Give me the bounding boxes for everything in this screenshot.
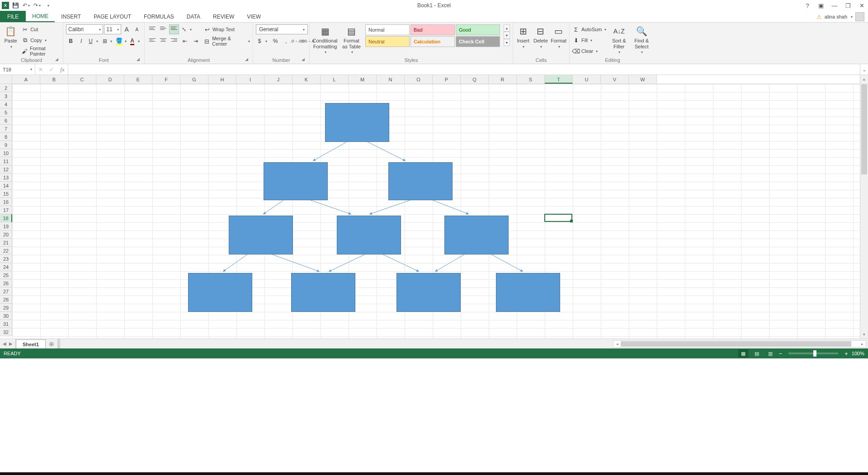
column-header-S[interactable]: S [517, 75, 545, 84]
tab-formulas[interactable]: FORMULAS [137, 11, 180, 22]
column-header-H[interactable]: H [208, 75, 236, 84]
alignment-dialog-launcher[interactable]: ◢ [244, 56, 249, 62]
style-neutral[interactable]: Neutral [365, 36, 410, 47]
shape-box-2b[interactable] [388, 162, 453, 200]
select-all-corner[interactable] [0, 75, 12, 84]
delete-cells-button[interactable]: ⊟Delete▾ [533, 24, 548, 49]
tab-page-layout[interactable]: PAGE LAYOUT [87, 11, 137, 22]
row-header-24[interactable]: 24 [0, 263, 12, 271]
comma-format-button[interactable]: , [281, 36, 291, 46]
row-header-20[interactable]: 20 [0, 230, 12, 239]
sort-filter-button[interactable]: A↓ZSort & Filter▾ [609, 24, 629, 54]
increase-decimal-button[interactable]: .0→.00 [292, 36, 302, 46]
user-area[interactable]: ⚠ alina shah ▾ [816, 11, 864, 23]
row-header-27[interactable]: 27 [0, 287, 12, 296]
wrap-text-button[interactable]: ↩Wrap Text [203, 24, 250, 34]
column-header-J[interactable]: J [264, 75, 292, 84]
row-header-31[interactable]: 31 [0, 320, 12, 328]
style-good[interactable]: Good [456, 24, 500, 35]
number-format-select[interactable]: General▾ [256, 24, 308, 34]
format-as-table-button[interactable]: ▤ Format as Table▾ [340, 24, 363, 54]
row-header-16[interactable]: 16 [0, 198, 12, 206]
row-header-5[interactable]: 5 [0, 108, 12, 117]
align-center-button[interactable] [158, 36, 168, 46]
horizontal-scrollbar[interactable]: ◂ ▸ [613, 340, 866, 348]
row-header-19[interactable]: 19 [0, 222, 12, 230]
autosum-button[interactable]: ΣAutoSum▾ [572, 24, 606, 34]
shape-box-2a[interactable] [264, 162, 328, 200]
clipboard-dialog-launcher[interactable]: ◢ [54, 56, 59, 62]
shape-box-3a[interactable] [229, 216, 293, 254]
italic-button[interactable]: I [76, 36, 86, 46]
decrease-font-button[interactable]: A [132, 24, 142, 34]
style-bad[interactable]: Bad [410, 24, 455, 35]
shape-box-3c[interactable] [444, 216, 509, 254]
gallery-down[interactable]: ▾ [504, 32, 510, 39]
column-header-E[interactable]: E [124, 75, 152, 84]
scroll-right-button[interactable]: ▸ [859, 341, 866, 347]
align-left-button[interactable] [147, 36, 157, 46]
redo-button[interactable]: ↷▾ [33, 1, 42, 10]
view-normal-button[interactable]: ▦ [738, 349, 748, 357]
align-bottom-button[interactable] [169, 24, 179, 34]
zoom-level[interactable]: 100% [852, 351, 864, 356]
sheet-nav-next[interactable]: ▶ [9, 341, 13, 346]
fill-color-button[interactable]: 🪣▾ [115, 36, 128, 46]
view-page-layout-button[interactable]: ▤ [752, 349, 762, 357]
fill-button[interactable]: ⬇Fill▾ [572, 35, 606, 45]
font-size-select[interactable]: 11▾ [104, 24, 121, 34]
row-header-28[interactable]: 28 [0, 296, 12, 304]
format-painter-button[interactable]: 🖌Format Painter [21, 46, 60, 56]
row-header-30[interactable]: 30 [0, 312, 12, 320]
column-header-O[interactable]: O [405, 75, 433, 84]
save-button[interactable]: 💾 [11, 1, 20, 10]
view-page-break-button[interactable]: ▥ [765, 349, 775, 357]
align-right-button[interactable] [169, 36, 179, 46]
expand-formula-bar[interactable]: ⌄ [860, 64, 868, 75]
row-header-25[interactable]: 25 [0, 271, 12, 279]
zoom-out-button[interactable]: − [779, 350, 783, 357]
row-header-32[interactable]: 32 [0, 328, 12, 336]
bold-button[interactable]: B [66, 36, 75, 46]
minimize-button[interactable]: — [830, 1, 839, 10]
row-header-9[interactable]: 9 [0, 141, 12, 149]
shape-box-4a[interactable] [188, 273, 252, 312]
column-header-K[interactable]: K [292, 75, 321, 84]
cut-button[interactable]: ✂Cut [21, 24, 60, 34]
style-normal[interactable]: Normal [365, 24, 410, 35]
help-button[interactable]: ? [803, 1, 812, 10]
style-calculation[interactable]: Calculation [410, 36, 455, 47]
column-header-M[interactable]: M [349, 75, 377, 84]
name-box[interactable]: T18▾ [0, 64, 35, 75]
undo-button[interactable]: ↶▾ [22, 1, 31, 10]
row-header-2[interactable]: 2 [0, 84, 12, 92]
column-header-T[interactable]: T [545, 75, 573, 84]
tab-data[interactable]: DATA [180, 11, 207, 22]
tab-view[interactable]: VIEW [241, 11, 267, 22]
row-header-10[interactable]: 10 [0, 149, 12, 157]
scroll-thumb-vertical[interactable] [861, 84, 867, 174]
insert-cells-button[interactable]: ⊞Insert▾ [516, 24, 531, 49]
shape-box-1[interactable] [325, 103, 389, 142]
tab-review[interactable]: REVIEW [207, 11, 241, 22]
column-header-G[interactable]: G [180, 75, 208, 84]
row-header-29[interactable]: 29 [0, 304, 12, 312]
column-header-N[interactable]: N [377, 75, 405, 84]
zoom-slider[interactable] [788, 353, 838, 354]
row-header-26[interactable]: 26 [0, 279, 12, 287]
border-button[interactable]: ⊞▾ [101, 36, 114, 46]
orientation-button[interactable]: ⤡▾ [180, 24, 193, 34]
column-header-I[interactable]: I [236, 75, 264, 84]
row-header-12[interactable]: 12 [0, 165, 12, 174]
close-button[interactable]: ✕ [857, 1, 866, 10]
scroll-thumb-horizontal[interactable] [621, 341, 851, 347]
column-header-U[interactable]: U [573, 75, 601, 84]
column-header-W[interactable]: W [629, 75, 657, 84]
vertical-scrollbar[interactable]: ▴ ▾ [860, 75, 868, 339]
merge-center-button[interactable]: ⊟Merge & Center▾ [203, 36, 250, 46]
scroll-left-button[interactable]: ◂ [613, 341, 621, 347]
enter-formula-button[interactable]: ✓ [46, 64, 57, 75]
style-check-cell[interactable]: Check Cell [456, 36, 500, 47]
row-header-14[interactable]: 14 [0, 182, 12, 190]
qat-customize[interactable]: ▾ [43, 1, 52, 10]
